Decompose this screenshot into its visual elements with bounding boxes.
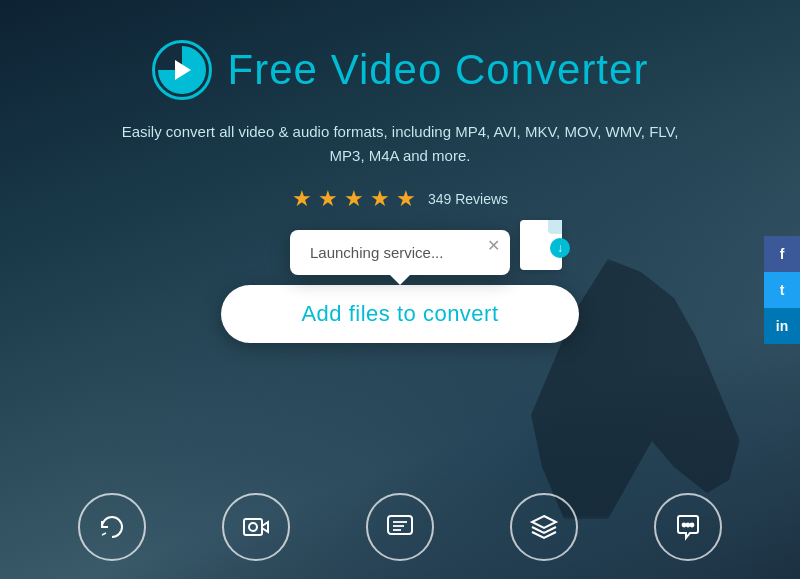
file-arrow-icon: ↓ bbox=[550, 238, 570, 258]
file-drop-icon: ↓ bbox=[520, 220, 580, 280]
layers-icon-button[interactable] bbox=[510, 493, 578, 561]
feedback-icon-button[interactable] bbox=[654, 493, 722, 561]
svg-marker-8 bbox=[532, 516, 556, 528]
svg-point-10 bbox=[687, 524, 690, 527]
title-row: Free Video Converter bbox=[152, 40, 649, 100]
file-shape: ↓ bbox=[520, 220, 562, 270]
star-4: ★ bbox=[370, 186, 390, 212]
logo-icon bbox=[152, 40, 212, 100]
svg-point-11 bbox=[691, 524, 694, 527]
svg-point-3 bbox=[249, 523, 257, 531]
play-icon bbox=[175, 60, 191, 80]
subtitle-text: Easily convert all video & audio formats… bbox=[110, 120, 690, 168]
stars-row: ★ ★ ★ ★ ★ 349 Reviews bbox=[292, 186, 508, 212]
twitter-button[interactable]: t bbox=[764, 272, 800, 308]
video-settings-icon-button[interactable] bbox=[222, 493, 290, 561]
layers-icon bbox=[528, 511, 560, 543]
feedback-icon bbox=[672, 511, 704, 543]
star-1: ★ bbox=[292, 186, 312, 212]
svg-line-0 bbox=[102, 533, 106, 535]
add-files-button[interactable]: Add files to convert bbox=[221, 285, 578, 343]
app-title: Free Video Converter bbox=[228, 46, 649, 94]
star-2: ★ bbox=[318, 186, 338, 212]
linkedin-button[interactable]: in bbox=[764, 308, 800, 344]
chat-icon-button[interactable] bbox=[366, 493, 434, 561]
title-colored: Video Converter bbox=[331, 46, 649, 93]
social-sidebar: f t in bbox=[764, 236, 800, 344]
refresh-icon bbox=[96, 511, 128, 543]
svg-rect-1 bbox=[244, 519, 262, 535]
tooltip-box: Launching service... ✕ bbox=[290, 230, 510, 275]
star-5: ★ bbox=[396, 186, 416, 212]
facebook-button[interactable]: f bbox=[764, 236, 800, 272]
logo-inner bbox=[158, 46, 206, 94]
reviews-count: 349 Reviews bbox=[428, 191, 508, 207]
tooltip-close-button[interactable]: ✕ bbox=[487, 238, 500, 254]
tooltip-wrapper: Launching service... ✕ ↓ bbox=[290, 230, 510, 275]
star-3: ★ bbox=[344, 186, 364, 212]
refresh-icon-button[interactable] bbox=[78, 493, 146, 561]
bottom-icons-row bbox=[0, 493, 800, 561]
svg-point-9 bbox=[683, 524, 686, 527]
tooltip-text: Launching service... bbox=[310, 244, 443, 261]
chat-icon bbox=[384, 511, 416, 543]
title-free: Free bbox=[228, 46, 331, 93]
svg-rect-4 bbox=[388, 516, 412, 534]
video-settings-icon bbox=[240, 511, 272, 543]
